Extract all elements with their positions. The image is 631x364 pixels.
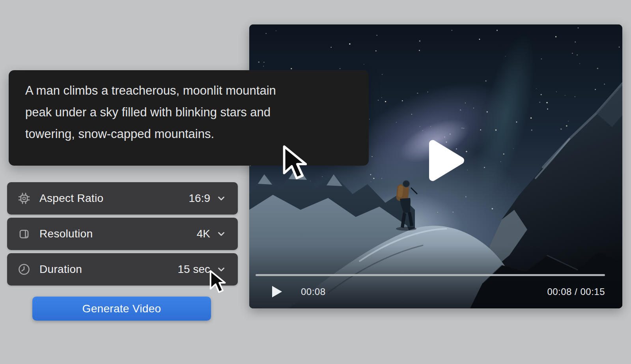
prompt-input[interactable]: A man climbs a treacherous, moonlit moun… <box>9 70 369 166</box>
setting-label: Aspect Ratio <box>39 192 103 205</box>
resolution-dropdown[interactable]: Resolution 4K <box>7 218 238 250</box>
setting-value: 15 sec <box>178 263 211 276</box>
prompt-line: A man climbs a treacherous, moonlit moun… <box>25 80 325 101</box>
current-time-label: 00:08 <box>301 286 326 297</box>
prompt-line: peak under a sky filled with blinking st… <box>25 101 325 123</box>
bottom-vignette <box>249 245 622 308</box>
time-display: 00:08 / 00:15 <box>547 286 605 297</box>
prompt-line: towering, snow-capped mountains. <box>25 123 325 145</box>
chevron-down-icon[interactable] <box>217 265 226 274</box>
video-preview[interactable]: 00:08 00:08 / 00:15 <box>249 24 622 308</box>
video-scene: 00:08 00:08 / 00:15 <box>249 24 622 308</box>
chevron-down-icon[interactable] <box>217 194 226 203</box>
setting-value: 16:9 <box>189 192 211 205</box>
chevron-down-icon[interactable] <box>217 229 226 239</box>
seek-bar[interactable] <box>256 274 605 276</box>
duration-dropdown[interactable]: Duration 15 sec <box>7 253 238 286</box>
clock-icon <box>17 263 31 276</box>
chip-icon <box>17 192 31 205</box>
frame-icon <box>17 227 31 241</box>
generate-video-button[interactable]: Generate Video <box>32 297 211 321</box>
setting-label: Duration <box>39 263 82 276</box>
setting-value: 4K <box>197 228 210 240</box>
video-generator-app: 00:08 00:08 / 00:15 A man climbs a treac… <box>0 0 631 364</box>
aspect-ratio-dropdown[interactable]: Aspect Ratio 16:9 <box>7 182 238 215</box>
setting-label: Resolution <box>39 228 93 240</box>
